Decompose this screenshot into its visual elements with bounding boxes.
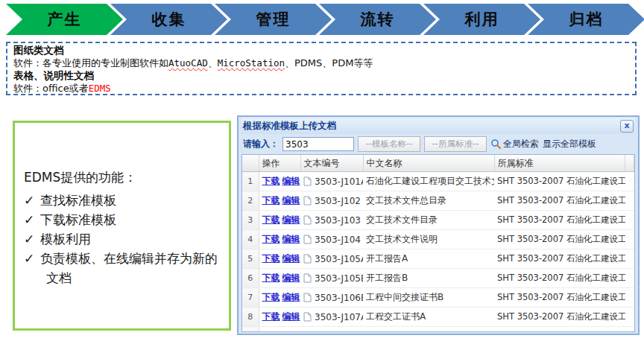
list-item: ✓负责模板、在线编辑并存为新的文档 — [24, 249, 221, 287]
table-row[interactable]: 6 下载编辑 3503-J105B 开工报告B SHT 3503-2007 石油… — [242, 269, 634, 288]
table-row[interactable]: 5 下载编辑 3503-J105A 开工报告A SHT 3503-2007 石油… — [242, 249, 634, 269]
input-label: 请输入： — [243, 138, 279, 150]
row-extra-cell — [625, 269, 634, 288]
checkmark-icon: ✓ — [24, 229, 40, 249]
edit-link[interactable]: 编辑 — [282, 273, 300, 283]
doc-code: 3503-J101A — [315, 176, 363, 187]
table-row[interactable]: 2 下载编辑 3503-J102 交工技术文件总目录 SHT 3503-2007… — [242, 191, 634, 211]
show-all-templates-button[interactable]: 显示全部模板 — [543, 138, 596, 150]
global-search-button[interactable]: 全局检索 — [490, 138, 539, 150]
document-icon — [303, 312, 312, 322]
doc-name: 工程中间交接证书B — [363, 288, 494, 308]
doc-code: 3503-J105A — [315, 254, 363, 264]
template-name-dropdown[interactable]: --模板名称-- — [358, 136, 420, 152]
row-code-cell: 3503-J105B — [300, 269, 363, 288]
flow-step-produce: 产生 — [6, 4, 123, 35]
flow-step-label: 管理 — [256, 9, 291, 30]
microstation-term: MicroStation — [218, 57, 285, 69]
flow-step-label: 利用 — [465, 9, 499, 30]
flow-step-circulate: 流转 — [319, 4, 436, 35]
note-software-line1: 软件：各专业使用的专业制图软件如AtuoCAD、MicroStation、PDM… — [13, 57, 629, 69]
row-actions: 下载编辑 — [259, 191, 300, 211]
edms-functions-list: ✓查找标准模板 ✓下载标准模板 ✓模板利用 ✓负责模板、在线编辑并存为新的文档 — [24, 191, 221, 287]
table-row[interactable]: 7 下载编辑 3503-J106B 工程中间交接证书B SHT 3503-200… — [242, 288, 634, 308]
row-extra-cell — [625, 172, 634, 191]
row-extra-cell — [625, 288, 634, 308]
edit-link[interactable]: 编辑 — [282, 292, 300, 302]
close-icon[interactable]: x — [620, 120, 634, 133]
row-number: 7 — [242, 288, 259, 308]
doc-standard: SHT 3503-2007 石油化工建设工程项目交工... — [494, 191, 625, 211]
row-code-cell: 3503-J105A — [300, 249, 363, 269]
document-icon — [303, 176, 312, 186]
row-code-cell: 3503-J104 — [300, 230, 363, 249]
row-extra-cell — [625, 308, 634, 327]
row-actions: 下载编辑 — [259, 211, 300, 230]
row-number: 6 — [242, 269, 259, 288]
doc-standard: SHT 3503-2007 石油化工建设工程项目交工... — [494, 288, 625, 308]
download-link[interactable]: 下载 — [262, 292, 280, 302]
download-link[interactable]: 下载 — [262, 176, 280, 186]
edit-link[interactable]: 编辑 — [282, 311, 300, 322]
header-code: 文本编号 — [300, 155, 363, 172]
row-actions: 下载编辑 — [259, 288, 300, 308]
header-name: 中文名称 — [363, 155, 494, 172]
standard-dropdown[interactable]: --所属标准-- — [424, 136, 487, 152]
table-row[interactable]: 3 下载编辑 3503-J103 交工技术文件目录 SHT 3503-2007 … — [242, 211, 634, 230]
row-number: 4 — [242, 230, 259, 249]
search-icon — [490, 139, 502, 150]
flow-step-manage: 管理 — [215, 4, 332, 35]
header-op: 操作 — [259, 155, 300, 172]
download-link[interactable]: 下载 — [262, 273, 280, 283]
row-actions: 下载编辑 — [259, 172, 300, 191]
search-toolbar: 请输入： --模板名称-- --所属标准-- 全局检索 显示全部模板 — [242, 134, 635, 154]
header-standard: 所属标准 — [494, 155, 625, 172]
table-row[interactable]: 4 下载编辑 3503-J104 交工技术文件说明 SHT 3503-2007 … — [242, 230, 634, 249]
doc-code: 3503-J103 — [315, 215, 361, 226]
header-extra — [625, 155, 634, 172]
row-actions: 下载编辑 — [259, 308, 300, 327]
download-link[interactable]: 下载 — [262, 234, 280, 244]
note-software-line2: 软件：office或者EDMS — [13, 82, 629, 95]
checkmark-icon: ✓ — [24, 210, 40, 229]
doc-code: 3503-J105B — [315, 273, 363, 284]
edit-link[interactable]: 编辑 — [282, 214, 300, 225]
doc-name: 工程交工证书A — [363, 308, 494, 327]
flow-step-label: 收集 — [152, 9, 186, 30]
list-item: ✓查找标准模板 — [24, 191, 221, 210]
table-header-row: 操作 文本编号 中文名称 所属标准 — [242, 155, 634, 172]
doc-code: 3503-J104 — [315, 235, 361, 245]
table-row[interactable]: 1 下载编辑 3503-J101A 石油化工建设工程项目交工技术文件封面A SH… — [242, 172, 634, 191]
edit-link[interactable]: 编辑 — [282, 176, 300, 186]
flow-step-collect: 收集 — [110, 4, 227, 35]
edms-functions-box: EDMS提供的功能： ✓查找标准模板 ✓下载标准模板 ✓模板利用 ✓负责模板、在… — [13, 121, 231, 331]
download-link[interactable]: 下载 — [262, 311, 280, 322]
flow-step-label: 流转 — [361, 9, 395, 30]
doc-code: 3503-J107A — [315, 312, 363, 322]
row-actions: 下载编辑 — [259, 249, 300, 269]
search-input[interactable] — [282, 137, 354, 151]
doc-standard: SHT 3503-2007 石油化工建设工程项目交工... — [494, 230, 625, 249]
doc-name: 开工报告A — [363, 249, 494, 269]
table-row[interactable]: 8 下载编辑 3503-J107A 工程交工证书A SHT 3503-2007 … — [242, 308, 634, 327]
row-code-cell: 3503-J102 — [300, 191, 363, 211]
row-actions: 下载编辑 — [259, 269, 300, 288]
edms-term: EDMS — [89, 83, 111, 94]
edit-link[interactable]: 编辑 — [282, 195, 300, 206]
flow-step-use: 利用 — [423, 4, 540, 35]
download-link[interactable]: 下载 — [262, 195, 280, 206]
document-icon — [303, 235, 312, 244]
list-item: ✓模板利用 — [24, 229, 221, 249]
row-code-cell: 3503-J106B — [300, 288, 363, 308]
download-link[interactable]: 下载 — [262, 253, 280, 264]
edit-link[interactable]: 编辑 — [282, 253, 300, 264]
flow-step-label: 归档 — [569, 9, 604, 30]
templates-table-container[interactable]: 操作 文本编号 中文名称 所属标准 1 下载编辑 3503-J101A 石油化工… — [242, 154, 635, 332]
download-link[interactable]: 下载 — [262, 214, 280, 225]
edit-link[interactable]: 编辑 — [282, 234, 300, 244]
row-code-cell: 3503-J103 — [300, 211, 363, 230]
document-icon — [303, 196, 312, 206]
doc-name: 交工技术文件说明 — [363, 230, 494, 249]
doc-name: 石油化工建设工程项目交工技术文件封面A — [363, 172, 494, 191]
doc-name: 开工报告B — [363, 269, 494, 288]
